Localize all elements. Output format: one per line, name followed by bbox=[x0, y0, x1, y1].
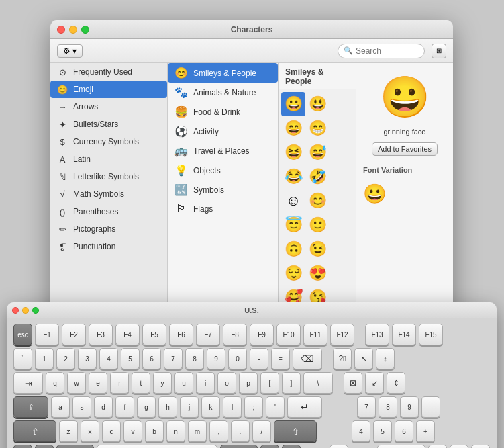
key-lbracket[interactable]: [ bbox=[260, 372, 279, 394]
key-3[interactable]: 3 bbox=[78, 348, 97, 369]
key-y[interactable]: y bbox=[153, 372, 172, 394]
key-numpad-enter[interactable]: ↵ bbox=[471, 445, 490, 448]
key-shift-left[interactable]: ⇧ bbox=[13, 420, 56, 442]
key-f15[interactable]: F15 bbox=[419, 324, 443, 345]
key-r[interactable]: r bbox=[110, 372, 129, 394]
key-f3[interactable]: F3 bbox=[89, 324, 113, 345]
emoji-cell[interactable]: 😉 bbox=[305, 237, 330, 261]
gear-button[interactable]: ⚙ ▾ bbox=[57, 44, 83, 58]
key-tab[interactable]: ⇥ bbox=[13, 372, 43, 394]
key-1[interactable]: 1 bbox=[35, 348, 54, 369]
key-f14[interactable]: F14 bbox=[392, 324, 416, 345]
key-numpad-home[interactable]: ↖ bbox=[354, 348, 373, 369]
search-input[interactable] bbox=[356, 46, 419, 56]
key-n[interactable]: n bbox=[166, 420, 185, 442]
key-f6[interactable]: F6 bbox=[169, 324, 193, 345]
sidebar-item-punctuation[interactable]: ❡ Punctuation bbox=[50, 238, 167, 255]
key-f5[interactable]: F5 bbox=[142, 324, 166, 345]
key-q[interactable]: q bbox=[46, 372, 64, 394]
key-u[interactable]: u bbox=[174, 372, 193, 394]
category-item-smileys[interactable]: 😊 Smileys & People bbox=[168, 63, 278, 83]
key-caps-lock[interactable]: ⇪ bbox=[13, 396, 48, 418]
key-ctrl-right[interactable]: ^ bbox=[282, 445, 301, 448]
key-f8[interactable]: F8 bbox=[223, 324, 247, 345]
kb-close-button[interactable] bbox=[12, 307, 19, 314]
key-f7[interactable]: F7 bbox=[196, 324, 220, 345]
key-equals[interactable]: = bbox=[271, 348, 290, 369]
key-o[interactable]: o bbox=[217, 372, 236, 394]
key-esc[interactable]: esc bbox=[13, 324, 32, 345]
key-shift-right[interactable]: ⇧ bbox=[274, 420, 317, 442]
key-f11[interactable]: F11 bbox=[303, 324, 327, 345]
key-v[interactable]: v bbox=[123, 420, 142, 442]
key-period[interactable]: . bbox=[231, 420, 250, 442]
key-backslash[interactable]: \ bbox=[303, 372, 333, 394]
category-item-food[interactable]: 🍔 Food & Drink bbox=[168, 102, 278, 122]
maximize-button[interactable] bbox=[81, 26, 89, 34]
key-6[interactable]: 6 bbox=[142, 348, 161, 369]
key-2[interactable]: 2 bbox=[56, 348, 75, 369]
key-option-left[interactable]: ⌥ bbox=[35, 445, 54, 448]
key-backspace[interactable]: ⌫ bbox=[293, 348, 322, 369]
key-f[interactable]: f bbox=[115, 396, 134, 418]
key-numpad-8[interactable]: 8 bbox=[379, 396, 397, 418]
emoji-cell[interactable]: 😅 bbox=[305, 140, 330, 165]
key-cmd-right[interactable]: ⌘ bbox=[220, 445, 258, 448]
sidebar-item-frequently-used[interactable]: ⊙ Frequently Used bbox=[50, 63, 167, 81]
key-option-right[interactable]: ⌥ bbox=[260, 445, 279, 448]
key-4[interactable]: 4 bbox=[99, 348, 118, 369]
key-numpad-9[interactable]: 9 bbox=[400, 396, 419, 418]
emoji-cell[interactable]: ☺️ bbox=[281, 189, 305, 213]
sidebar-item-currency-symbols[interactable]: $ Currency Symbols bbox=[50, 133, 167, 150]
emoji-cell[interactable]: 😁 bbox=[305, 116, 330, 140]
grid-view-button[interactable]: ⊞ bbox=[432, 44, 446, 58]
add-favorites-button[interactable]: Add to Favorites bbox=[372, 142, 438, 156]
sidebar-item-math-symbols[interactable]: √ Math Symbols bbox=[50, 185, 167, 203]
key-numpad-4[interactable]: 4 bbox=[352, 420, 370, 442]
key-i[interactable]: i bbox=[196, 372, 215, 394]
emoji-cell[interactable]: 😆 bbox=[281, 140, 305, 165]
key-numpad-5[interactable]: 5 bbox=[373, 420, 392, 442]
key-0[interactable]: 0 bbox=[228, 348, 247, 369]
category-item-animals[interactable]: 🐾 Animals & Nature bbox=[168, 83, 278, 102]
key-numpad-plus[interactable]: + bbox=[416, 420, 435, 442]
key-f2[interactable]: F2 bbox=[62, 324, 86, 345]
emoji-cell[interactable]: 🙃 bbox=[281, 237, 305, 261]
sidebar-item-letterlike-symbols[interactable]: ℕ Letterlike Symbols bbox=[50, 168, 167, 185]
kb-maximize-button[interactable] bbox=[32, 307, 39, 314]
key-j[interactable]: j bbox=[180, 396, 199, 418]
key-numpad-pgup[interactable]: ↕ bbox=[376, 348, 395, 369]
key-w[interactable]: w bbox=[67, 372, 86, 394]
sidebar-item-pictographs[interactable]: ✏ Pictographs bbox=[50, 220, 167, 238]
key-f13[interactable]: F13 bbox=[365, 324, 389, 345]
key-backtick[interactable]: ` bbox=[13, 348, 32, 369]
close-button[interactable] bbox=[57, 26, 65, 34]
emoji-cell[interactable]: 😊 bbox=[305, 189, 330, 213]
key-rbracket[interactable]: ] bbox=[282, 372, 301, 394]
sidebar-item-arrows[interactable]: → Arrows bbox=[50, 98, 167, 116]
key-b[interactable]: b bbox=[145, 420, 164, 442]
emoji-cell[interactable]: 😂 bbox=[281, 165, 305, 189]
key-g[interactable]: g bbox=[137, 396, 156, 418]
category-item-symbols[interactable]: 🔣 Symbols bbox=[168, 180, 278, 199]
key-t[interactable]: t bbox=[132, 372, 150, 394]
key-numpad-minus[interactable]: - bbox=[421, 396, 440, 418]
key-h[interactable]: h bbox=[158, 396, 177, 418]
key-numpad-7[interactable]: 7 bbox=[357, 396, 376, 418]
key-semicolon[interactable]: ; bbox=[244, 396, 263, 418]
key-numpad-end[interactable]: ↙ bbox=[365, 372, 384, 394]
key-numpad-2[interactable]: 2 bbox=[428, 445, 447, 448]
emoji-cell[interactable]: 😍 bbox=[305, 261, 330, 285]
key-8[interactable]: 8 bbox=[185, 348, 204, 369]
key-space[interactable] bbox=[97, 445, 217, 448]
key-up-arrow[interactable]: ↑ bbox=[330, 445, 348, 448]
key-slash[interactable]: / bbox=[252, 420, 271, 442]
key-s[interactable]: s bbox=[72, 396, 91, 418]
key-x[interactable]: x bbox=[81, 420, 99, 442]
key-f12[interactable]: F12 bbox=[330, 324, 354, 345]
key-cmd-left[interactable]: ⌘ bbox=[56, 445, 94, 448]
key-ctrl[interactable]: ^ bbox=[13, 445, 32, 448]
key-e[interactable]: e bbox=[89, 372, 107, 394]
key-numpad-help[interactable]: ?⃝ bbox=[333, 348, 352, 369]
category-item-activity[interactable]: ⚽ Activity bbox=[168, 122, 278, 141]
